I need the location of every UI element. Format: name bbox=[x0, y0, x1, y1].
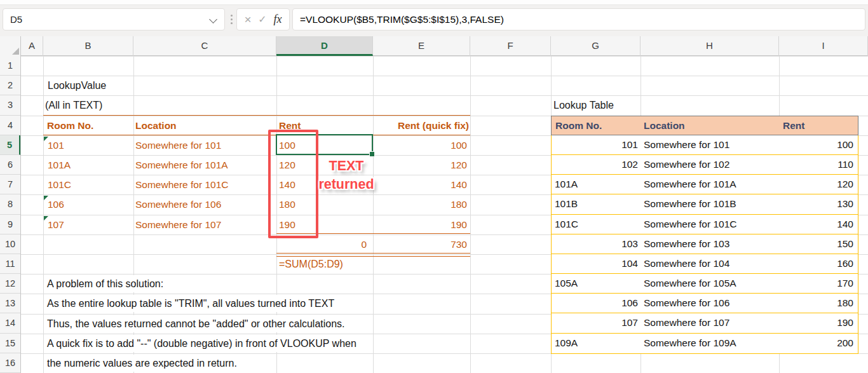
cell-H12[interactable]: Somewhere for 105A bbox=[641, 274, 780, 293]
cell-G4[interactable]: Room No. bbox=[552, 116, 641, 135]
select-all-triangle-icon bbox=[12, 48, 19, 55]
cell-G15[interactable]: 109A bbox=[552, 334, 641, 353]
cell-B5[interactable]: 101 bbox=[48, 137, 64, 154]
room-num: 104 bbox=[621, 254, 638, 273]
chevron-down-icon[interactable] bbox=[209, 15, 217, 24]
name-box-value: D5 bbox=[10, 9, 22, 30]
cell-H9[interactable]: Somewhere for 101C bbox=[641, 215, 780, 234]
cell-E5[interactable]: 100 bbox=[373, 137, 467, 154]
cell-B8[interactable]: 106 bbox=[48, 196, 64, 213]
cell-C5[interactable]: Somewhere for 101 bbox=[135, 137, 221, 154]
cell-D11[interactable]: =SUM(D5:D9) bbox=[279, 255, 345, 273]
cell-C7[interactable]: Somewhere for 101C bbox=[135, 176, 228, 193]
lookup-table-row: 101 Somewhere for 101 100 bbox=[552, 135, 858, 155]
lookup-table-row: 101C Somewhere for 101C 140 bbox=[552, 215, 858, 234]
cell-G6[interactable]: 102 bbox=[552, 155, 641, 174]
cell-E8[interactable]: 180 bbox=[373, 196, 467, 213]
cell-H14[interactable]: Somewhere for 107 bbox=[641, 313, 780, 332]
cell-C9[interactable]: Somewhere for 107 bbox=[135, 216, 221, 233]
column-header-h[interactable]: H bbox=[641, 36, 779, 56]
cell-I8[interactable]: 130 bbox=[780, 194, 858, 214]
cell-I14[interactable]: 190 bbox=[780, 313, 858, 332]
cell-H6[interactable]: Somewhere for 102 bbox=[641, 155, 780, 174]
cell-B7[interactable]: 101C bbox=[48, 176, 71, 193]
cell-B16[interactable]: the numeric values are expected in retur… bbox=[47, 355, 239, 372]
enter-icon[interactable]: ✓ bbox=[258, 9, 266, 30]
column-header-f[interactable]: F bbox=[470, 36, 551, 56]
select-all-corner[interactable] bbox=[0, 36, 21, 56]
lookup-table-row: 101B Somewhere for 101B 130 bbox=[552, 194, 858, 214]
formula-text: =VLOOKUP($B5,TRIM($G$5:$I$15),3,FALSE) bbox=[300, 9, 504, 30]
column-header-g[interactable]: G bbox=[551, 36, 641, 56]
cell-H13[interactable]: Somewhere for 106 bbox=[641, 294, 780, 313]
cell-G9[interactable]: 101C bbox=[552, 215, 641, 234]
column-header-i[interactable]: I bbox=[779, 36, 868, 56]
cell-B15[interactable]: A quick fix is to add "--" (double negat… bbox=[47, 335, 358, 352]
cell-G10[interactable]: 103 bbox=[552, 234, 641, 254]
top-strip bbox=[0, 0, 868, 5]
cell-E9[interactable]: 190 bbox=[373, 216, 467, 233]
cell-I6[interactable]: 110 bbox=[780, 155, 858, 174]
table-header-underline bbox=[43, 135, 470, 135]
cell-B6[interactable]: 101A bbox=[48, 156, 71, 173]
insert-function-icon[interactable]: fx bbox=[274, 9, 282, 30]
column-header-band: A B C D E F G H I bbox=[0, 36, 868, 56]
cell-H15[interactable]: Somewhere for 109A bbox=[641, 334, 780, 353]
column-header-e[interactable]: E bbox=[373, 36, 470, 56]
cell-C6[interactable]: Somewhere for 101A bbox=[135, 156, 228, 173]
cell-C8[interactable]: Somewhere for 106 bbox=[135, 196, 221, 213]
cell-G8[interactable]: 101B bbox=[552, 194, 641, 214]
column-header-d[interactable]: D bbox=[276, 36, 373, 56]
cell-H11[interactable]: Somewhere for 104 bbox=[641, 254, 780, 273]
formula-input[interactable]: =VLOOKUP($B5,TRIM($G$5:$I$15),3,FALSE) bbox=[292, 8, 865, 31]
cell-I5[interactable]: 100 bbox=[780, 135, 858, 154]
cell-I7[interactable]: 120 bbox=[780, 175, 858, 194]
lookup-table-row: 106 Somewhere for 106 180 bbox=[552, 294, 858, 313]
annotation-line2: returned bbox=[305, 175, 388, 194]
cell-I9[interactable]: 140 bbox=[780, 215, 858, 234]
cell-I4[interactable]: Rent bbox=[780, 116, 858, 135]
cell-I11[interactable]: 160 bbox=[780, 254, 858, 273]
column-header-b[interactable]: B bbox=[43, 36, 133, 56]
cell-B4[interactable]: Room No. bbox=[47, 117, 93, 134]
cell-B13[interactable]: As the entire lookup table is "TRIM", al… bbox=[47, 295, 336, 312]
room-text: 101B bbox=[555, 194, 578, 214]
cell-B12[interactable]: A problem of this solution: bbox=[47, 275, 165, 292]
cell-G13[interactable]: 106 bbox=[552, 294, 641, 313]
cell-B14[interactable]: Thus, the values returned cannot be "add… bbox=[47, 315, 347, 332]
cell-H5[interactable]: Somewhere for 101 bbox=[641, 135, 780, 154]
cell-H10[interactable]: Somewhere for 103 bbox=[641, 234, 780, 254]
room-text: 105A bbox=[555, 274, 578, 293]
row-header-1[interactable]: 1 bbox=[0, 56, 20, 76]
cell-C4[interactable]: Location bbox=[135, 117, 177, 134]
annotation-line1: TEXT bbox=[305, 157, 388, 175]
room-num: 102 bbox=[621, 155, 638, 174]
cell-G11[interactable]: 104 bbox=[552, 254, 641, 273]
column-header-a[interactable]: A bbox=[21, 36, 43, 56]
column-header-c[interactable]: C bbox=[133, 36, 276, 56]
room-num: 101 bbox=[621, 135, 638, 154]
cancel-icon[interactable]: × bbox=[244, 9, 251, 30]
cell-H8[interactable]: Somewhere for 101B bbox=[641, 194, 780, 214]
fill-handle[interactable] bbox=[369, 151, 375, 157]
cell-E4[interactable]: Rent (quick fix) bbox=[356, 117, 469, 134]
name-box[interactable]: D5 bbox=[3, 8, 225, 31]
cell-E10[interactable]: 730 bbox=[373, 236, 467, 253]
cell-I10[interactable]: 150 bbox=[780, 234, 858, 254]
cell-I12[interactable]: 170 bbox=[780, 274, 858, 293]
cell-G12[interactable]: 105A bbox=[552, 274, 641, 293]
cell-G5[interactable]: 101 bbox=[552, 135, 641, 154]
cell-H4[interactable]: Location bbox=[641, 116, 780, 135]
lookup-table: Room No. Location Rent 101 Somewhere for… bbox=[551, 116, 858, 354]
cell-H7[interactable]: Somewhere for 101A bbox=[641, 175, 780, 194]
room-text: 109A bbox=[555, 334, 578, 353]
cell-G3[interactable]: Lookup Table bbox=[553, 97, 616, 114]
cell-B2[interactable]: LookupValue bbox=[48, 77, 108, 94]
room-num: 106 bbox=[621, 294, 638, 313]
cell-B9[interactable]: 107 bbox=[48, 216, 64, 233]
cell-I15[interactable]: 200 bbox=[780, 334, 858, 353]
room-num: 107 bbox=[621, 313, 638, 332]
cell-G14[interactable]: 107 bbox=[552, 313, 641, 332]
cell-I13[interactable]: 180 bbox=[780, 294, 858, 313]
cell-G7[interactable]: 101A bbox=[552, 175, 641, 194]
